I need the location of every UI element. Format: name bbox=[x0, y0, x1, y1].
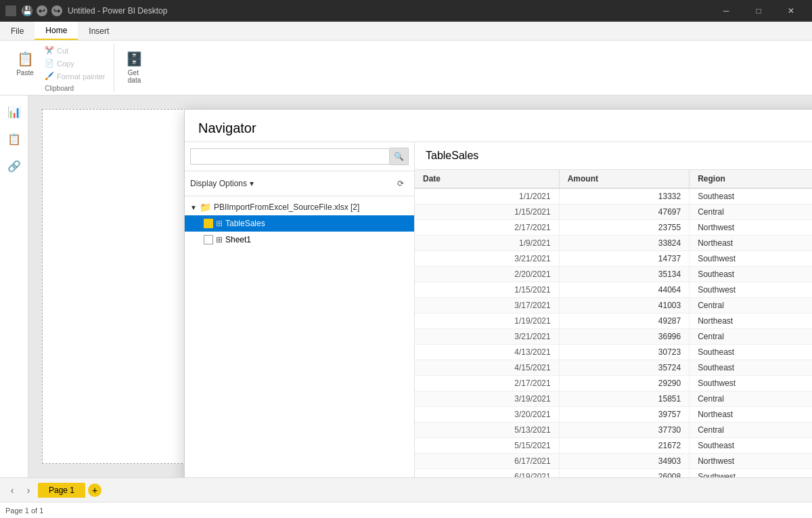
sidebar: 📊 📋 🔗 bbox=[0, 95, 28, 477]
tab-insert[interactable]: Insert bbox=[78, 22, 120, 40]
paste-btn[interactable]: 📋 Paste bbox=[11, 46, 39, 81]
sheet1-label: Sheet1 bbox=[225, 235, 251, 244]
nav-item-tablesales[interactable]: ✓ ⊞ TableSales bbox=[185, 215, 414, 232]
table-row: 1/1/202113332Southeast bbox=[415, 188, 812, 204]
data-table: Date Amount Region 1/1/202113332Southeas… bbox=[415, 170, 812, 477]
table-row: 1/15/202147697Central bbox=[415, 204, 812, 220]
table-row: 4/15/202135724Southeast bbox=[415, 360, 812, 376]
close-btn[interactable]: ✕ bbox=[775, 0, 807, 22]
nav-right-panel: TableSales ⤢ Date Amount Region bbox=[415, 142, 812, 477]
table-row: 1/9/202133824Northeast bbox=[415, 236, 812, 251]
paste-label: Paste bbox=[16, 69, 34, 77]
navigator-dialog: Navigator 🔍 Display Options ▾ ⟳ bbox=[184, 109, 812, 477]
table-row: 5/13/202137730Central bbox=[415, 423, 812, 438]
cut-btn: ✂️ Cut bbox=[42, 45, 108, 56]
app-icon bbox=[5, 5, 16, 16]
ribbon-group-getdata: 🗄️ Getdata bbox=[114, 43, 155, 92]
tablesales-checkbox[interactable]: ✓ bbox=[204, 219, 213, 228]
nav-tree: ▼ 📁 PBIImportFromExcel_SourceFile.xlsx [… bbox=[185, 196, 414, 477]
page-prev-btn[interactable]: ‹ bbox=[5, 483, 19, 497]
ribbon-group-clipboard: 📋 Paste ✂️ Cut 📄 Copy 🖌️ Format painter bbox=[5, 43, 114, 92]
nav-toolbar: Display Options ▾ ⟳ bbox=[185, 171, 414, 196]
search-input[interactable] bbox=[190, 148, 390, 165]
folder-icon: 📁 bbox=[200, 202, 211, 213]
folder-collapse-icon: ▼ bbox=[190, 204, 197, 211]
sidebar-icon-model[interactable]: 🔗 bbox=[3, 155, 25, 177]
copy-icon: 📄 bbox=[45, 59, 54, 68]
table-row: 6/17/202134903Northwest bbox=[415, 454, 812, 469]
sheet1-table-icon: ⊞ bbox=[216, 235, 223, 244]
table-row: 6/19/202126008Southwest bbox=[415, 469, 812, 478]
ribbon-tabs: File Home Insert bbox=[0, 22, 812, 41]
title-bar-left: 💾 ↩ ↪ Untitled - Power BI Desktop bbox=[5, 5, 167, 16]
nav-search-bar: 🔍 bbox=[185, 142, 414, 171]
minimize-btn[interactable]: ─ bbox=[710, 0, 742, 22]
tab-home[interactable]: Home bbox=[35, 22, 78, 40]
main-area: 📊 📋 🔗 Navigator 🔍 Display Options bbox=[0, 95, 812, 477]
copy-label: Copy bbox=[57, 60, 74, 68]
page-add-btn[interactable]: + bbox=[88, 483, 102, 497]
table-body: 1/1/202113332Southeast1/15/202147697Cent… bbox=[415, 188, 812, 477]
page-tabs: ‹ › Page 1 + bbox=[0, 477, 812, 502]
nav-preview-header: TableSales ⤢ bbox=[415, 142, 812, 170]
col-date: Date bbox=[415, 170, 559, 188]
table-row: 1/15/202144064Southwest bbox=[415, 282, 812, 298]
window-title: Untitled - Power BI Desktop bbox=[68, 6, 167, 16]
nav-left-panel: 🔍 Display Options ▾ ⟳ ▼ 📁 bbox=[185, 142, 415, 477]
tab-file[interactable]: File bbox=[0, 22, 35, 40]
table-header-row: Date Amount Region bbox=[415, 170, 812, 188]
nav-folder-item[interactable]: ▼ 📁 PBIImportFromExcel_SourceFile.xlsx [… bbox=[185, 199, 414, 215]
clipboard-small-btns: ✂️ Cut 📄 Copy 🖌️ Format painter bbox=[42, 45, 108, 82]
window-controls: ─ □ ✕ bbox=[710, 0, 807, 22]
clipboard-btns: 📋 Paste ✂️ Cut 📄 Copy 🖌️ Format painter bbox=[11, 43, 108, 83]
clipboard-label: Clipboard bbox=[45, 85, 74, 92]
display-options-btn[interactable]: Display Options ▾ bbox=[190, 179, 254, 188]
nav-refresh-btn[interactable]: ⟳ bbox=[392, 175, 409, 192]
get-data-label: Getdata bbox=[128, 69, 141, 84]
table-row: 3/21/202136996Central bbox=[415, 329, 812, 345]
paste-icon: 📋 bbox=[17, 51, 34, 67]
table-row: 1/19/202149287Northeast bbox=[415, 314, 812, 329]
dialog-title: Navigator bbox=[185, 110, 812, 142]
tablesales-table-icon: ⊞ bbox=[216, 219, 223, 228]
copy-btn: 📄 Copy bbox=[42, 58, 108, 69]
nav-data-table: Date Amount Region 1/1/202113332Southeas… bbox=[415, 170, 812, 477]
title-bar: 💾 ↩ ↪ Untitled - Power BI Desktop ─ □ ✕ bbox=[0, 0, 812, 22]
getdata-btns: 🗄️ Getdata bbox=[120, 43, 149, 91]
save-btn[interactable]: 💾 bbox=[22, 5, 32, 16]
folder-label: PBIImportFromExcel_SourceFile.xlsx [2] bbox=[214, 202, 359, 212]
display-options-label: Display Options bbox=[190, 179, 247, 188]
sheet1-checkbox[interactable] bbox=[204, 235, 213, 244]
dialog-body: 🔍 Display Options ▾ ⟳ ▼ 📁 bbox=[185, 142, 812, 477]
canvas-area: Navigator 🔍 Display Options ▾ ⟳ bbox=[28, 95, 812, 477]
table-row: 5/15/202121672Southeast bbox=[415, 438, 812, 454]
sidebar-icon-data[interactable]: 📋 bbox=[3, 128, 25, 150]
dropdown-arrow-icon: ▾ bbox=[250, 179, 254, 188]
table-row: 4/13/202130723Southeast bbox=[415, 345, 812, 360]
table-row: 3/20/202139757Northeast bbox=[415, 407, 812, 423]
undo-btn[interactable]: ↩ bbox=[37, 5, 47, 16]
page-status: Page 1 of 1 bbox=[5, 506, 43, 515]
page-next-btn[interactable]: › bbox=[22, 483, 35, 497]
ribbon-content: 📋 Paste ✂️ Cut 📄 Copy 🖌️ Format painter bbox=[0, 41, 812, 95]
search-icon[interactable]: 🔍 bbox=[390, 148, 409, 165]
table-row: 3/17/202141003Central bbox=[415, 298, 812, 314]
format-painter-icon: 🖌️ bbox=[45, 72, 54, 81]
format-painter-label: Format painter bbox=[57, 72, 106, 81]
title-bar-actions: 💾 ↩ ↪ bbox=[22, 5, 62, 16]
table-row: 3/21/202114737Southwest bbox=[415, 251, 812, 267]
redo-btn[interactable]: ↪ bbox=[51, 5, 62, 16]
table-row: 2/17/202129290Southwest bbox=[415, 376, 812, 391]
get-data-icon: 🗄️ bbox=[126, 51, 143, 67]
col-amount: Amount bbox=[559, 170, 689, 188]
table-row: 2/20/202135134Southeast bbox=[415, 267, 812, 282]
nav-item-sheet1[interactable]: ⊞ Sheet1 bbox=[185, 232, 414, 248]
get-data-btn[interactable]: 🗄️ Getdata bbox=[120, 49, 149, 85]
cut-label: Cut bbox=[57, 47, 68, 55]
format-painter-btn: 🖌️ Format painter bbox=[42, 70, 108, 82]
table-row: 3/19/202115851Central bbox=[415, 391, 812, 407]
table-row: 2/17/202123755Northwest bbox=[415, 220, 812, 236]
maximize-btn[interactable]: □ bbox=[743, 0, 774, 22]
page-tab-1[interactable]: Page 1 bbox=[38, 483, 85, 498]
sidebar-icon-report[interactable]: 📊 bbox=[3, 101, 25, 123]
